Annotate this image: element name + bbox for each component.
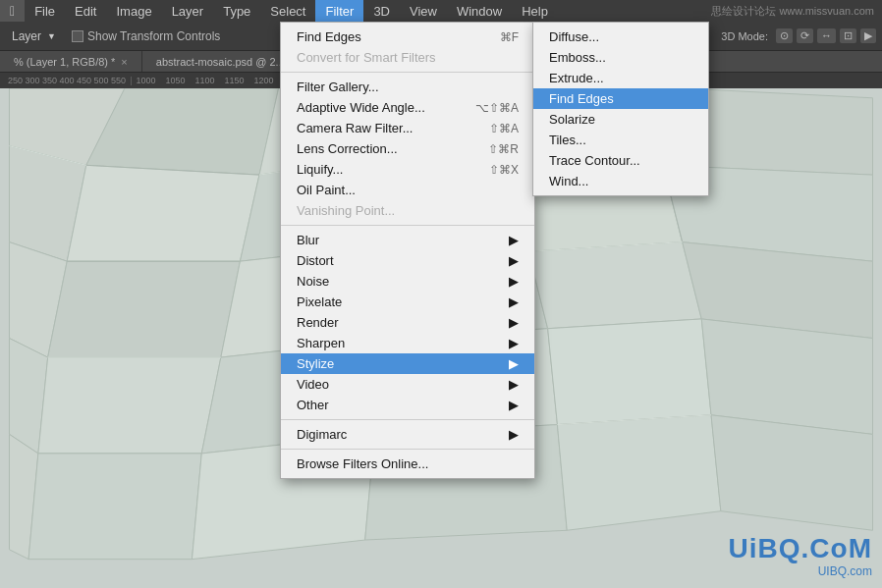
submenu-item-diffuse[interactable]: Diffuse... — [533, 27, 708, 47]
ps-logo:  — [10, 3, 15, 19]
toolbar-right: 3D Mode: ⊙ ⟳ ↔ ⊡ ▶ — [721, 28, 876, 43]
3d-icon-2[interactable]: ⟳ — [797, 28, 813, 43]
menu-bar:  File Edit Image Layer Type Select Filt… — [0, 0, 882, 22]
menu-item-filter-gallery[interactable]: Filter Gallery... — [281, 77, 534, 97]
svg-marker-29 — [711, 415, 872, 530]
menu-item-find-edges[interactable]: Find Edges ⌘F — [281, 27, 534, 47]
submenu-arrow-noise: ▶ — [509, 274, 519, 289]
menu-item-browse-online[interactable]: Browse Filters Online... — [281, 454, 534, 474]
svg-marker-13 — [48, 261, 241, 357]
menu-layer[interactable]: Layer — [162, 0, 214, 22]
submenu-arrow-other: ▶ — [509, 398, 519, 412]
menu-item-oil-paint[interactable]: Oil Paint... — [281, 180, 534, 200]
watermark-bottom: UiBQ.CoM UIBQ.com — [729, 533, 872, 578]
menu-3d[interactable]: 3D — [363, 0, 400, 22]
submenu-arrow-digimarc: ▶ — [509, 427, 519, 442]
menu-item-digimarc[interactable]: Digimarc ▶ — [281, 424, 534, 445]
checkbox-icon[interactable] — [72, 30, 83, 42]
watermark-top: 思绘设计论坛 www.missvuan.com — [711, 4, 882, 19]
submenu-arrow-blur: ▶ — [509, 233, 519, 247]
submenu-item-find-edges[interactable]: Find Edges — [533, 88, 708, 109]
submenu-item-solarize[interactable]: Solarize — [533, 109, 708, 130]
svg-marker-16 — [528, 242, 701, 329]
menu-select[interactable]: Select — [260, 0, 315, 22]
submenu-arrow-stylize: ▶ — [509, 356, 519, 371]
menu-item-vanishing-point: Vanishing Point... — [281, 200, 534, 221]
3d-icon-5[interactable]: ▶ — [860, 28, 876, 43]
submenu-arrow-render: ▶ — [509, 315, 519, 330]
menu-window[interactable]: Window — [447, 0, 512, 22]
menu-item-camera-raw[interactable]: Camera Raw Filter... ⇧⌘A — [281, 118, 534, 138]
filter-menu: Find Edges ⌘F Convert for Smart Filters … — [280, 22, 535, 479]
tab-close-icon[interactable]: × — [121, 56, 127, 68]
menu-image[interactable]: Image — [106, 0, 161, 22]
menu-item-convert-smart: Convert for Smart Filters — [281, 47, 534, 68]
menu-separator-4 — [281, 449, 534, 450]
layer-dropdown[interactable]: Layer ▼ — [6, 27, 62, 45]
submenu-item-emboss[interactable]: Emboss... — [533, 47, 708, 68]
menu-item-adaptive-wide[interactable]: Adaptive Wide Angle... ⌥⇧⌘A — [281, 97, 534, 118]
stylize-submenu: Diffuse... Emboss... Extrude... Find Edg… — [532, 22, 709, 196]
submenu-item-wind[interactable]: Wind... — [533, 171, 708, 191]
svg-marker-19 — [38, 357, 221, 454]
menu-item-noise[interactable]: Noise ▶ — [281, 271, 534, 292]
3d-icon-4[interactable]: ⊡ — [840, 28, 856, 43]
3d-mode-label: 3D Mode: — [721, 30, 768, 42]
3d-icon-1[interactable]: ⊙ — [776, 28, 793, 43]
menu-item-liquify[interactable]: Liquify... ⇧⌘X — [281, 159, 534, 180]
menu-item-distort[interactable]: Distort ▶ — [281, 250, 534, 271]
svg-marker-28 — [557, 415, 720, 530]
menu-separator-3 — [281, 419, 534, 420]
svg-marker-22 — [548, 319, 711, 425]
submenu-arrow-sharpen: ▶ — [509, 336, 519, 350]
menu-view[interactable]: View — [400, 0, 447, 22]
menu-item-lens-correction[interactable]: Lens Correction... ⇧⌘R — [281, 138, 534, 159]
submenu-item-tiles[interactable]: Tiles... — [533, 130, 708, 150]
submenu-arrow-video: ▶ — [509, 377, 519, 392]
tab-layer1[interactable]: % (Layer 1, RGB/8) * × — [0, 51, 142, 72]
menu-item-sharpen[interactable]: Sharpen ▶ — [281, 333, 534, 353]
dropdown-arrow-icon: ▼ — [47, 31, 56, 41]
menu-separator-2 — [281, 225, 534, 226]
menu-ps[interactable]:  — [0, 0, 25, 22]
svg-marker-25 — [28, 454, 201, 560]
menu-filter[interactable]: Filter — [315, 0, 363, 22]
menu-separator-1 — [281, 72, 534, 73]
submenu-arrow-distort: ▶ — [509, 253, 519, 268]
menu-edit[interactable]: Edit — [65, 0, 106, 22]
submenu-item-trace-contour[interactable]: Trace Contour... — [533, 150, 708, 171]
menu-item-stylize[interactable]: Stylize ▶ — [281, 353, 534, 374]
transform-controls-checkbox[interactable]: Show Transform Controls — [66, 27, 226, 45]
menu-item-pixelate[interactable]: Pixelate ▶ — [281, 292, 534, 312]
menu-help[interactable]: Help — [512, 0, 558, 22]
menu-item-video[interactable]: Video ▶ — [281, 374, 534, 395]
menu-type[interactable]: Type — [213, 0, 260, 22]
3d-mode-icons: ⊙ ⟳ ↔ ⊡ ▶ — [776, 28, 876, 43]
menu-file[interactable]: File — [25, 0, 65, 22]
watermark-site1: UiBQ.CoM — [729, 533, 872, 564]
menu-item-render[interactable]: Render ▶ — [281, 312, 534, 333]
svg-marker-7 — [67, 165, 259, 261]
submenu-arrow-pixelate: ▶ — [509, 294, 519, 309]
menu-item-other[interactable]: Other ▶ — [281, 395, 534, 415]
watermark-site2: UIBQ.com — [729, 564, 872, 578]
menu-item-blur[interactable]: Blur ▶ — [281, 230, 534, 250]
submenu-item-extrude[interactable]: Extrude... — [533, 68, 708, 88]
3d-icon-3[interactable]: ↔ — [817, 28, 836, 43]
